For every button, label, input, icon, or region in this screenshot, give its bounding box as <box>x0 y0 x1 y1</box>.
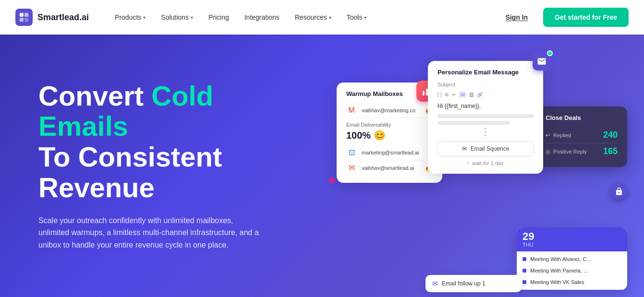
text-line-1 <box>437 114 534 118</box>
email-seq-icon: ✉ <box>462 145 467 152</box>
hero-title: Convert Cold Emails To Consistent Revenu… <box>38 81 259 203</box>
email-address-2: marketing@smartlead.ai <box>362 150 433 155</box>
nav-item-integrations[interactable]: Integrations <box>238 10 286 25</box>
personalize-title: Personalize Email Message <box>437 69 519 76</box>
warmup-title: Warmup Mailboxes <box>346 90 403 97</box>
toolbar-ai-icon: Ai <box>459 91 466 98</box>
svg-rect-2 <box>20 18 24 22</box>
toolbar-gear-icon: ⚙ <box>445 92 449 97</box>
nav-item-resources[interactable]: Resources ▾ <box>288 10 338 25</box>
nav-item-tools[interactable]: Tools ▾ <box>340 10 374 25</box>
deliverability-section: Email Deliverability 100% 😊 <box>346 118 433 145</box>
navbar: Smartlead.ai Products ▾ Solutions ▾ Pric… <box>0 0 644 35</box>
email-sequence-button[interactable]: ✉ Email Squence <box>437 141 534 156</box>
gmail-icon-1: M <box>346 106 357 115</box>
text-line-2 <box>437 121 510 125</box>
close-deals-card: Close Deals ↩ Replied 240 ◎ Positive Rep… <box>536 107 627 167</box>
logo[interactable]: Smartlead.ai <box>15 9 89 26</box>
positive-reply-stat-row: ◎ Positive Reply 165 <box>546 143 618 159</box>
cal-dot-1 <box>522 257 526 261</box>
email-address-3: vaibhav@smartlead.ai <box>362 165 420 171</box>
cal-item-text-2: Meeting With Pamela, ... <box>530 268 588 273</box>
calendar-card: 29 THU Meeting With Alvarez, C... Meetin… <box>517 227 627 290</box>
logo-icon <box>15 9 33 26</box>
hero-subtitle: Scale your outreach confidently with unl… <box>38 214 259 251</box>
notification-badge <box>611 183 627 200</box>
cal-item-2: Meeting With Pamela, ... <box>517 265 627 276</box>
calendar-header: 29 THU <box>517 227 627 251</box>
hero-content: Convert Cold Emails To Consistent Revenu… <box>0 81 298 251</box>
dot-3 <box>485 134 486 136</box>
email-followup-card: ✉ Email follow up 1 <box>425 275 522 292</box>
replied-icon: ↩ <box>546 132 550 139</box>
toolbar-pencil-icon: ✏ <box>452 92 456 97</box>
greeting-text: Hi {{first_name}}, <box>437 103 534 109</box>
gmail-icon-2: ✉ <box>346 163 357 172</box>
positive-reply-label: ◎ Positive Reply <box>546 148 587 155</box>
personalize-email-icon <box>533 52 551 71</box>
cal-dot-3 <box>522 280 526 284</box>
toolbar-bracket-icon: { } <box>437 92 442 97</box>
star-decoration-icon: ✦ <box>327 173 338 189</box>
nav-right: Sign In Get started for Free <box>498 8 629 27</box>
email-row-3: ✉ vaibhav@smartlead.ai 🔥 <box>346 160 433 175</box>
deliverability-value: 100% 😊 <box>346 130 433 141</box>
resources-arrow-icon: ▾ <box>329 15 331 20</box>
cal-item-text-3: Meeting With VK Sales <box>530 279 584 285</box>
positive-reply-icon: ◎ <box>546 148 550 155</box>
personalize-header: Personalize Email Message <box>437 69 534 76</box>
products-arrow-icon: ▾ <box>143 15 146 20</box>
nav-item-products[interactable]: Products ▾ <box>108 10 152 25</box>
cal-item-3: Meeting With VK Sales <box>517 276 627 288</box>
get-started-button[interactable]: Get started for Free <box>543 8 629 27</box>
calendar-items: Meeting With Alvarez, C... Meeting With … <box>517 251 627 290</box>
replied-stat-row: ↩ Replied 240 <box>546 127 618 143</box>
outlook-icon: ⊡ <box>346 148 357 157</box>
cal-item-text-1: Meeting With Alvarez, C... <box>530 256 591 262</box>
close-deals-title: Close Deals <box>546 114 618 121</box>
sign-in-button[interactable]: Sign In <box>498 10 535 25</box>
svg-rect-1 <box>24 13 28 17</box>
wait-dot <box>467 162 469 164</box>
ui-cards-area: Warmup Mailboxes M vaibhav@marketing.co … <box>327 35 644 297</box>
logo-text: Smartlead.ai <box>37 12 89 23</box>
nav-items: Products ▾ Solutions ▾ Pricing Integrati… <box>108 10 498 25</box>
replied-value: 240 <box>603 130 618 140</box>
email-address-1: vaibhav@marketing.co <box>362 107 420 113</box>
email-followup-text: Email follow up 1 <box>442 280 486 287</box>
toolbar-image-icon: 🖼 <box>469 92 474 97</box>
positive-reply-value: 165 <box>603 146 618 156</box>
svg-rect-4 <box>423 91 425 95</box>
email-followup-icon: ✉ <box>432 280 438 287</box>
personalize-email-card: Personalize Email Message Subject { } ⚙ … <box>428 61 543 174</box>
emoji-face-icon: 😊 <box>374 130 386 141</box>
tools-arrow-icon: ▾ <box>364 15 366 20</box>
toolbar-row: { } ⚙ ✏ Ai 🖼 🔗 <box>437 91 534 98</box>
replied-label: ↩ Replied <box>546 132 571 139</box>
dot-1 <box>485 128 486 130</box>
email-row-2: ⊡ marketing@smartlead.ai <box>346 145 433 160</box>
hero-section: Convert Cold Emails To Consistent Revenu… <box>0 0 644 297</box>
dots-connector <box>437 128 534 136</box>
toolbar-link-icon: 🔗 <box>477 92 483 97</box>
dot-2 <box>485 131 486 133</box>
deliverability-label: Email Deliverability <box>346 122 433 128</box>
email-row-1: M vaibhav@marketing.co 🔥 <box>346 103 433 118</box>
wait-text: wait for 1 day <box>437 160 534 166</box>
nav-item-solutions[interactable]: Solutions ▾ <box>154 10 200 25</box>
svg-rect-0 <box>20 13 24 17</box>
svg-rect-3 <box>24 18 28 22</box>
cal-dot-2 <box>522 269 526 273</box>
solutions-arrow-icon: ▾ <box>191 15 193 20</box>
warmup-mailboxes-card: Warmup Mailboxes M vaibhav@marketing.co … <box>337 83 442 183</box>
cal-item-1: Meeting With Alvarez, C... <box>517 253 627 265</box>
calendar-date-number: 29 THU <box>522 231 534 248</box>
subject-label: Subject <box>437 82 534 87</box>
nav-item-pricing[interactable]: Pricing <box>202 10 236 25</box>
